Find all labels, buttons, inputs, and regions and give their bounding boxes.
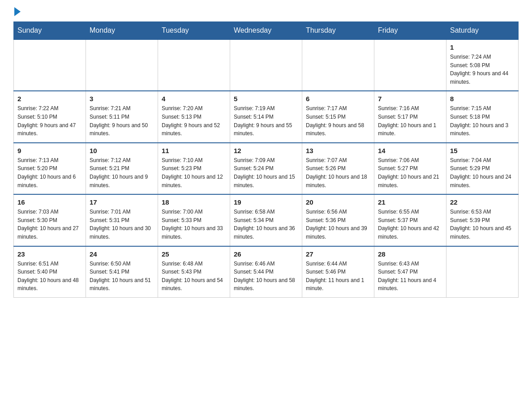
day-number: 16 (17, 198, 82, 206)
day-number: 4 (162, 95, 226, 103)
calendar-cell: 18Sunrise: 7:00 AMSunset: 5:33 PMDayligh… (158, 194, 230, 246)
day-number: 27 (306, 250, 370, 258)
day-number: 15 (450, 147, 515, 154)
day-number: 21 (378, 198, 442, 206)
calendar-cell: 21Sunrise: 6:55 AMSunset: 5:37 PMDayligh… (374, 194, 446, 246)
day-info: Sunrise: 7:22 AMSunset: 5:10 PMDaylight:… (17, 104, 82, 137)
day-number: 13 (306, 147, 370, 154)
calendar-cell (374, 39, 446, 91)
day-info: Sunrise: 6:43 AMSunset: 5:47 PMDaylight:… (378, 260, 442, 293)
day-info: Sunrise: 6:44 AMSunset: 5:46 PMDaylight:… (306, 260, 370, 293)
day-info: Sunrise: 6:46 AMSunset: 5:44 PMDaylight:… (234, 260, 298, 293)
calendar-cell: 2Sunrise: 7:22 AMSunset: 5:10 PMDaylight… (14, 91, 86, 142)
day-number: 3 (90, 95, 154, 103)
calendar-cell: 28Sunrise: 6:43 AMSunset: 5:47 PMDayligh… (374, 246, 446, 298)
day-number: 1 (450, 43, 515, 51)
calendar-cell: 20Sunrise: 6:56 AMSunset: 5:36 PMDayligh… (302, 194, 374, 246)
day-info: Sunrise: 7:19 AMSunset: 5:14 PMDaylight:… (234, 104, 298, 137)
day-info: Sunrise: 7:24 AMSunset: 5:08 PMDaylight:… (450, 53, 515, 86)
day-info: Sunrise: 7:09 AMSunset: 5:24 PMDaylight:… (234, 156, 298, 189)
weekday-header-friday: Friday (374, 22, 446, 40)
calendar-week-4: 16Sunrise: 7:03 AMSunset: 5:30 PMDayligh… (14, 194, 519, 246)
day-number: 24 (90, 250, 154, 258)
day-number: 25 (162, 250, 226, 258)
day-number: 6 (306, 95, 370, 103)
calendar-week-5: 23Sunrise: 6:51 AMSunset: 5:40 PMDayligh… (14, 246, 519, 298)
calendar-cell: 14Sunrise: 7:06 AMSunset: 5:27 PMDayligh… (374, 143, 446, 194)
day-info: Sunrise: 6:51 AMSunset: 5:40 PMDaylight:… (17, 260, 82, 293)
calendar-week-3: 9Sunrise: 7:13 AMSunset: 5:20 PMDaylight… (14, 143, 519, 194)
page-header (13, 9, 519, 13)
day-info: Sunrise: 7:21 AMSunset: 5:11 PMDaylight:… (90, 104, 154, 137)
day-number: 17 (90, 198, 154, 206)
calendar-cell: 16Sunrise: 7:03 AMSunset: 5:30 PMDayligh… (14, 194, 86, 246)
day-info: Sunrise: 6:55 AMSunset: 5:37 PMDaylight:… (378, 208, 442, 241)
day-info: Sunrise: 7:10 AMSunset: 5:23 PMDaylight:… (162, 156, 226, 189)
calendar-week-2: 2Sunrise: 7:22 AMSunset: 5:10 PMDaylight… (14, 91, 519, 142)
day-info: Sunrise: 7:17 AMSunset: 5:15 PMDaylight:… (306, 104, 370, 137)
calendar-cell: 7Sunrise: 7:16 AMSunset: 5:17 PMDaylight… (374, 91, 446, 142)
day-number: 9 (17, 147, 82, 154)
calendar-cell (446, 246, 519, 298)
day-info: Sunrise: 6:58 AMSunset: 5:34 PMDaylight:… (234, 208, 298, 241)
day-info: Sunrise: 6:56 AMSunset: 5:36 PMDaylight:… (306, 208, 370, 241)
calendar-cell: 24Sunrise: 6:50 AMSunset: 5:41 PMDayligh… (86, 246, 158, 298)
day-info: Sunrise: 7:04 AMSunset: 5:29 PMDaylight:… (450, 156, 515, 189)
day-number: 20 (306, 198, 370, 206)
calendar-cell: 4Sunrise: 7:20 AMSunset: 5:13 PMDaylight… (158, 91, 230, 142)
calendar-cell: 25Sunrise: 6:48 AMSunset: 5:43 PMDayligh… (158, 246, 230, 298)
calendar-table: SundayMondayTuesdayWednesdayThursdayFrid… (13, 21, 519, 298)
calendar-cell: 10Sunrise: 7:12 AMSunset: 5:21 PMDayligh… (86, 143, 158, 194)
weekday-header-tuesday: Tuesday (158, 22, 230, 40)
calendar-cell (158, 39, 230, 91)
day-number: 12 (234, 147, 298, 154)
day-number: 2 (17, 95, 82, 103)
day-number: 8 (450, 95, 515, 103)
calendar-header: SundayMondayTuesdayWednesdayThursdayFrid… (14, 22, 519, 40)
calendar-cell (14, 39, 86, 91)
calendar-week-1: 1Sunrise: 7:24 AMSunset: 5:08 PMDaylight… (14, 39, 519, 91)
calendar-cell: 13Sunrise: 7:07 AMSunset: 5:26 PMDayligh… (302, 143, 374, 194)
weekday-header-row: SundayMondayTuesdayWednesdayThursdayFrid… (14, 22, 519, 40)
weekday-header-saturday: Saturday (446, 22, 519, 40)
calendar-cell: 9Sunrise: 7:13 AMSunset: 5:20 PMDaylight… (14, 143, 86, 194)
calendar-cell: 27Sunrise: 6:44 AMSunset: 5:46 PMDayligh… (302, 246, 374, 298)
day-info: Sunrise: 7:13 AMSunset: 5:20 PMDaylight:… (17, 156, 82, 189)
day-info: Sunrise: 6:50 AMSunset: 5:41 PMDaylight:… (90, 260, 154, 293)
day-info: Sunrise: 7:01 AMSunset: 5:31 PMDaylight:… (90, 208, 154, 241)
calendar-cell: 23Sunrise: 6:51 AMSunset: 5:40 PMDayligh… (14, 246, 86, 298)
day-number: 7 (378, 95, 442, 103)
day-info: Sunrise: 7:15 AMSunset: 5:18 PMDaylight:… (450, 104, 515, 137)
day-number: 10 (90, 147, 154, 154)
day-number: 23 (17, 250, 82, 258)
calendar-cell: 8Sunrise: 7:15 AMSunset: 5:18 PMDaylight… (446, 91, 519, 142)
day-number: 22 (450, 198, 515, 206)
day-info: Sunrise: 7:07 AMSunset: 5:26 PMDaylight:… (306, 156, 370, 189)
weekday-header-wednesday: Wednesday (230, 22, 302, 40)
logo-top (13, 9, 21, 16)
weekday-header-thursday: Thursday (302, 22, 374, 40)
day-number: 11 (162, 147, 226, 154)
calendar-cell: 12Sunrise: 7:09 AMSunset: 5:24 PMDayligh… (230, 143, 302, 194)
day-number: 19 (234, 198, 298, 206)
calendar-cell (230, 39, 302, 91)
weekday-header-monday: Monday (86, 22, 158, 40)
day-info: Sunrise: 7:06 AMSunset: 5:27 PMDaylight:… (378, 156, 442, 189)
day-number: 5 (234, 95, 298, 103)
logo-arrow-icon (14, 7, 21, 16)
day-info: Sunrise: 6:48 AMSunset: 5:43 PMDaylight:… (162, 260, 226, 293)
day-info: Sunrise: 7:00 AMSunset: 5:33 PMDaylight:… (162, 208, 226, 241)
calendar-cell: 11Sunrise: 7:10 AMSunset: 5:23 PMDayligh… (158, 143, 230, 194)
calendar-cell: 3Sunrise: 7:21 AMSunset: 5:11 PMDaylight… (86, 91, 158, 142)
logo (13, 9, 21, 13)
calendar-cell: 5Sunrise: 7:19 AMSunset: 5:14 PMDaylight… (230, 91, 302, 142)
day-info: Sunrise: 7:20 AMSunset: 5:13 PMDaylight:… (162, 104, 226, 137)
calendar-cell: 22Sunrise: 6:53 AMSunset: 5:39 PMDayligh… (446, 194, 519, 246)
day-number: 26 (234, 250, 298, 258)
day-number: 28 (378, 250, 442, 258)
day-info: Sunrise: 6:53 AMSunset: 5:39 PMDaylight:… (450, 208, 515, 241)
calendar-cell (302, 39, 374, 91)
calendar-cell: 19Sunrise: 6:58 AMSunset: 5:34 PMDayligh… (230, 194, 302, 246)
day-info: Sunrise: 7:16 AMSunset: 5:17 PMDaylight:… (378, 104, 442, 137)
calendar-cell: 1Sunrise: 7:24 AMSunset: 5:08 PMDaylight… (446, 39, 519, 91)
